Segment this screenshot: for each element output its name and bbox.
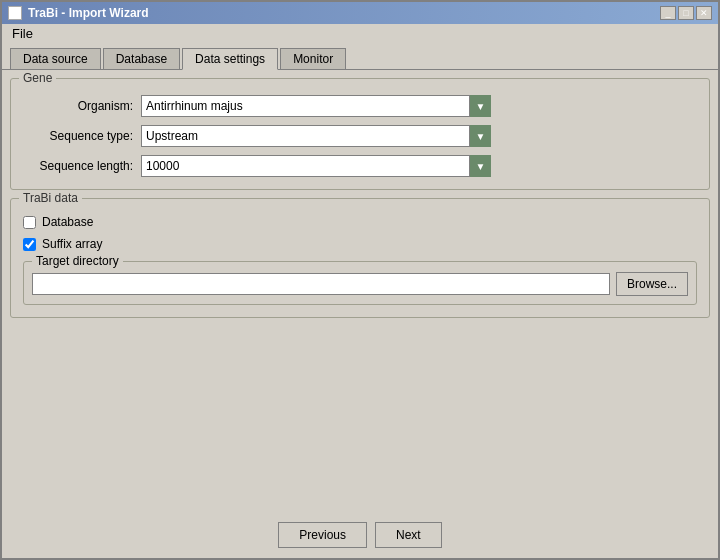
sequence-type-select-wrapper: Upstream <box>141 125 491 147</box>
window-icon <box>8 6 22 20</box>
close-button[interactable]: ✕ <box>696 6 712 20</box>
target-dir-row: Browse... <box>32 272 688 296</box>
tab-monitor[interactable]: Monitor <box>280 48 346 70</box>
trabi-group: TraBi data Database Suffix array Target … <box>10 198 710 318</box>
menu-item-file[interactable]: File <box>6 24 39 43</box>
gene-legend: Gene <box>19 71 56 85</box>
suffix-array-label: Suffix array <box>42 237 102 251</box>
next-button[interactable]: Next <box>375 522 442 548</box>
organism-row: Organism: Antirrhinum majus <box>23 95 697 117</box>
main-window: TraBi - Import Wizard _ □ ✕ File Data so… <box>0 0 720 560</box>
menu-bar: File <box>2 24 718 43</box>
trabi-legend: TraBi data <box>19 191 82 205</box>
sequence-length-row: Sequence length: 10000 <box>23 155 697 177</box>
tab-data-settings[interactable]: Data settings <box>182 48 278 70</box>
window-title: TraBi - Import Wizard <box>28 6 149 20</box>
title-bar: TraBi - Import Wizard _ □ ✕ <box>2 2 718 24</box>
sequence-length-label: Sequence length: <box>23 159 133 173</box>
target-dir-group: Target directory Browse... <box>23 261 697 305</box>
database-row: Database <box>23 215 697 229</box>
content-area: Gene Organism: Antirrhinum majus Sequenc… <box>2 69 718 512</box>
maximize-button[interactable]: □ <box>678 6 694 20</box>
browse-button[interactable]: Browse... <box>616 272 688 296</box>
window-controls: _ □ ✕ <box>660 6 712 20</box>
organism-select-wrapper: Antirrhinum majus <box>141 95 491 117</box>
suffix-array-row: Suffix array <box>23 237 697 251</box>
previous-button[interactable]: Previous <box>278 522 367 548</box>
sequence-type-label: Sequence type: <box>23 129 133 143</box>
tab-data-source[interactable]: Data source <box>10 48 101 70</box>
sequence-length-select-wrapper: 10000 <box>141 155 491 177</box>
database-label: Database <box>42 215 93 229</box>
tab-database[interactable]: Database <box>103 48 180 70</box>
organism-select[interactable]: Antirrhinum majus <box>141 95 491 117</box>
bottom-bar: Previous Next <box>2 512 718 558</box>
database-checkbox[interactable] <box>23 216 36 229</box>
sequence-length-select[interactable]: 10000 <box>141 155 491 177</box>
target-dir-input[interactable] <box>32 273 610 295</box>
target-dir-legend: Target directory <box>32 254 123 268</box>
suffix-array-checkbox[interactable] <box>23 238 36 251</box>
sequence-type-row: Sequence type: Upstream <box>23 125 697 147</box>
minimize-button[interactable]: _ <box>660 6 676 20</box>
organism-label: Organism: <box>23 99 133 113</box>
tabs-row: Data source Database Data settings Monit… <box>2 43 718 69</box>
sequence-type-select[interactable]: Upstream <box>141 125 491 147</box>
gene-group: Gene Organism: Antirrhinum majus Sequenc… <box>10 78 710 190</box>
